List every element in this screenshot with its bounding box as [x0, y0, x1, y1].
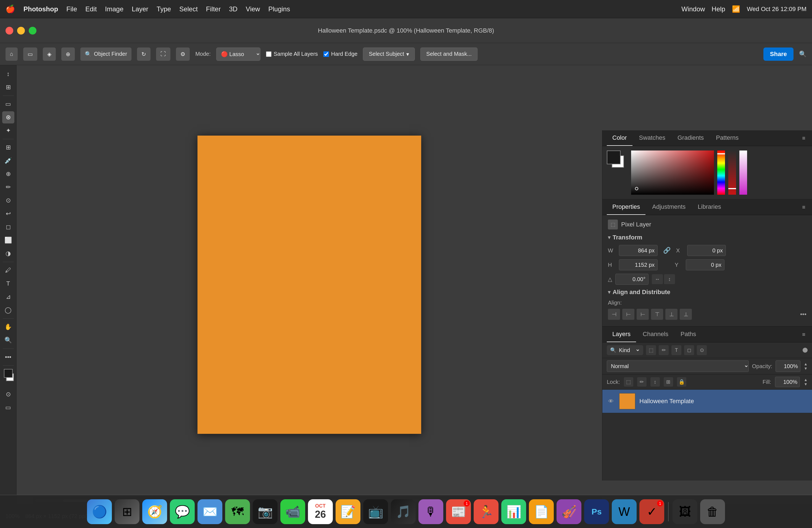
dock-omnifocus[interactable]: ✓ 1 [639, 499, 664, 524]
layers-panel-options[interactable]: ≡ [800, 330, 808, 339]
dock-music[interactable]: 🎵 [391, 499, 416, 524]
menu-type[interactable]: Type [157, 5, 171, 13]
zoom-tool[interactable]: 🔍 [2, 334, 14, 346]
height-input[interactable] [619, 259, 657, 270]
fullscreen-btn[interactable]: ⛶ [156, 47, 170, 61]
lock-all-btn[interactable]: ⊞ [664, 377, 673, 386]
spot-heal-tool[interactable]: ⊕ [2, 168, 14, 180]
dock-numbers[interactable]: 📊 [501, 499, 526, 524]
canvas-workspace[interactable] [17, 65, 602, 504]
dock-safari[interactable]: 🧭 [142, 499, 167, 524]
object-finder-btn[interactable]: 🔍 Object Finder [81, 47, 131, 61]
menu-window[interactable]: Window [681, 5, 705, 13]
blend-mode-select[interactable]: Normal [607, 361, 749, 372]
menu-view[interactable]: View [246, 5, 260, 13]
marquee-tool[interactable]: ▭ [2, 98, 14, 110]
align-top-btn[interactable]: ⊤ [651, 309, 663, 320]
width-input[interactable] [619, 245, 657, 256]
tab-adjustments[interactable]: Adjustments [647, 200, 691, 215]
layers-filter-select[interactable]: Kind [618, 347, 640, 353]
artboard-tool[interactable]: ⊞ [2, 81, 14, 93]
tab-gradients[interactable]: Gradients [672, 130, 709, 146]
eyedropper-tool[interactable]: 💉 [2, 155, 14, 167]
dock-preview[interactable]: 🖼 [672, 499, 697, 524]
shape-tool[interactable]: ◯ [2, 304, 14, 316]
dock-messages[interactable]: 💬 [170, 499, 195, 524]
opacity-input[interactable] [775, 361, 800, 372]
dock-news[interactable]: 📰 1 [446, 499, 471, 524]
hard-edge-checkbox[interactable]: Hard Edge [323, 51, 358, 57]
link-wh-icon[interactable]: 🔗 [661, 247, 673, 254]
layer-filter-type[interactable]: T [671, 345, 681, 355]
app-name[interactable]: Photoshop [24, 5, 58, 13]
gradient-tool[interactable]: ⬜ [2, 234, 14, 246]
align-right-btn[interactable]: ⊢ [637, 309, 649, 320]
tool-rect-btn[interactable]: ▭ [23, 47, 37, 61]
layer-filter-shape[interactable]: ◻ [684, 345, 694, 355]
menu-select[interactable]: Select [179, 5, 198, 13]
brush-tool[interactable]: ✏ [2, 181, 14, 193]
dock-trash[interactable]: 🗑 [700, 499, 725, 524]
props-panel-options[interactable]: ≡ [800, 203, 808, 211]
tab-color[interactable]: Color [607, 130, 633, 146]
lock-lock-btn[interactable]: 🔒 [677, 377, 686, 386]
align-header[interactable]: ▾ Align and Distribute [608, 289, 807, 296]
tab-libraries[interactable]: Libraries [692, 200, 726, 215]
layer-filter-adjust[interactable]: ✏ [659, 345, 669, 355]
path-tool[interactable]: ⊿ [2, 291, 14, 303]
more-tools-btn[interactable]: ••• [2, 351, 14, 363]
hand-tool[interactable]: ✋ [2, 321, 14, 333]
dock-finder[interactable]: 🔵 [87, 499, 112, 524]
eraser-tool[interactable]: ◻ [2, 221, 14, 233]
dock-podcasts[interactable]: 🎙 [418, 499, 443, 524]
magic-wand-tool[interactable]: ✦ [2, 124, 14, 137]
dodge-tool[interactable]: ◑ [2, 247, 14, 260]
close-button[interactable] [5, 27, 13, 34]
search-icon[interactable]: 🔍 [799, 50, 807, 58]
fill-up-btn[interactable]: ▲ [804, 378, 808, 382]
tool-extra-btn[interactable]: ⊕ [61, 47, 75, 61]
tab-paths[interactable]: Paths [675, 327, 701, 342]
menu-layer[interactable]: Layer [132, 5, 148, 13]
opacity-slider[interactable] [728, 150, 736, 195]
layer-filter-pixel[interactable]: ⬚ [646, 345, 656, 355]
dock-instruments[interactable]: 🎻 [556, 499, 581, 524]
select-and-mask-btn[interactable]: Select and Mask... [420, 47, 478, 61]
foreground-swatch[interactable] [4, 369, 13, 378]
history-tool[interactable]: ↩ [2, 208, 14, 220]
rotate-input[interactable] [615, 274, 649, 285]
fill-down-btn[interactable]: ▼ [804, 382, 808, 386]
settings-btn[interactable]: ⚙ [176, 47, 190, 61]
text-tool[interactable]: T [2, 278, 14, 290]
lock-position-btn[interactable]: ✏ [637, 377, 647, 386]
tab-patterns[interactable]: Patterns [710, 130, 744, 146]
select-subject-btn[interactable]: Select Subject ▾ [363, 47, 415, 61]
layer-filter-smart[interactable]: ⊙ [697, 345, 707, 355]
align-center-h-btn[interactable]: ⊢ [622, 309, 634, 320]
minimize-button[interactable] [17, 27, 25, 34]
fill-input[interactable] [775, 377, 800, 387]
flip-h-btn[interactable]: ↔ [652, 274, 663, 284]
menu-filter[interactable]: Filter [206, 5, 221, 13]
dock-notes[interactable]: 📝 [336, 499, 360, 524]
saturation-slider[interactable] [739, 150, 747, 195]
align-more-btn[interactable]: ••• [800, 311, 807, 318]
dock-facetime[interactable]: 📹 [280, 499, 305, 524]
mode-select[interactable]: 🔴 Lasso [216, 47, 260, 61]
apple-menu-icon[interactable]: 🍎 [5, 4, 15, 14]
dock-photos[interactable]: 📷 [253, 499, 278, 524]
crop-tool[interactable]: ⊞ [2, 142, 14, 153]
dock-maps[interactable]: 🗺 [225, 499, 250, 524]
align-center-v-btn[interactable]: ⊥ [665, 309, 678, 320]
dock-tv[interactable]: 📺 [363, 499, 388, 524]
align-left-btn[interactable]: ⊣ [608, 309, 620, 320]
dock-pages[interactable]: 📄 [529, 499, 554, 524]
quick-mask-btn[interactable]: ⊙ [2, 388, 14, 400]
tab-swatches[interactable]: Swatches [634, 130, 671, 146]
refresh-btn[interactable]: ↻ [137, 47, 150, 61]
tab-channels[interactable]: Channels [637, 327, 674, 342]
dock-launchpad[interactable]: ⊞ [115, 499, 140, 524]
tab-layers[interactable]: Layers [607, 327, 636, 342]
lasso-tool[interactable]: ⊛ [2, 111, 14, 123]
menu-file[interactable]: File [66, 5, 77, 13]
